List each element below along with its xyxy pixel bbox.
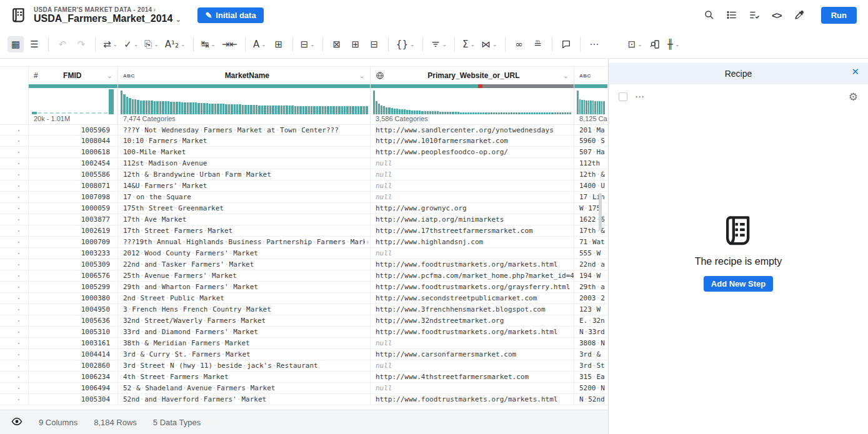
histogram-bar[interactable] — [330, 106, 332, 114]
histogram-bar[interactable] — [322, 106, 324, 114]
row-gutter[interactable] — [0, 192, 28, 202]
histogram-bar[interactable] — [577, 91, 579, 114]
comment-icon[interactable] — [558, 36, 574, 52]
histogram-bar[interactable] — [449, 112, 451, 114]
histogram-bar[interactable] — [482, 112, 484, 114]
table-row[interactable]: 100807114&U·Farmers'·Marketnull1400·U — [0, 180, 608, 192]
histogram-bar[interactable] — [529, 112, 531, 114]
cell-street[interactable]: E.·32n — [574, 315, 607, 326]
cell-fmid[interactable]: 1006234 — [28, 372, 117, 382]
histogram-bar[interactable] — [209, 104, 211, 114]
histogram-bar[interactable] — [419, 111, 421, 114]
cell-url[interactable]: http;//www.32ndstreetmarket.org — [370, 315, 574, 326]
split-rows-icon[interactable]: ⊠ — [329, 36, 345, 52]
cell-fmid[interactable]: 1007098 — [28, 192, 117, 202]
cell-marketname[interactable]: 29th·and·Wharton·Farmers'·Market — [117, 282, 370, 292]
rows-count[interactable]: 8,184 Rows — [94, 418, 137, 427]
histogram-bar[interactable] — [250, 105, 252, 114]
cell-street[interactable]: 3808·N — [574, 338, 607, 348]
cell-url[interactable]: http://www.secondstreetpublicmarket.com — [370, 293, 574, 303]
histogram-bar[interactable] — [228, 104, 230, 114]
histogram-bar[interactable] — [123, 94, 125, 114]
histogram-bar[interactable] — [462, 112, 464, 114]
histogram-bar[interactable] — [341, 106, 343, 114]
histogram-bar[interactable] — [286, 106, 287, 114]
preview-eye-icon[interactable] — [11, 416, 22, 429]
cell-street[interactable]: 123·W — [574, 304, 607, 315]
table-row[interactable]: 10032332012·Wood·County·Farmers'·Marketn… — [0, 248, 608, 259]
histogram-bar[interactable] — [467, 112, 469, 114]
histogram-bar[interactable] — [220, 104, 222, 114]
cell-street[interactable]: W·175 — [574, 203, 607, 214]
filter-icon[interactable]: ⌄ — [429, 36, 449, 52]
histogram-bar[interactable] — [508, 112, 510, 114]
cell-marketname[interactable]: 12th·&·Brandywine·Urban·Farm·Market — [117, 169, 370, 180]
cell-marketname[interactable]: 3rd·Street·N·(hwy·11)·beside·jack's·Rest… — [117, 360, 370, 371]
histogram-bar[interactable] — [247, 105, 249, 114]
histogram-bar[interactable] — [272, 106, 274, 114]
column-menu-icon[interactable]: ⌄ — [107, 72, 112, 80]
split-column-icon[interactable]: ↹⌄ — [199, 36, 217, 52]
histogram-bar[interactable] — [564, 112, 566, 114]
cell-fmid[interactable]: 1002619 — [28, 225, 117, 236]
cell-street[interactable]: 555·W — [574, 248, 607, 259]
histogram-bar[interactable] — [488, 112, 490, 114]
histogram-bar[interactable] — [214, 104, 216, 114]
cell-fmid[interactable]: 1005304 — [28, 394, 117, 405]
histogram-bar[interactable] — [457, 112, 459, 114]
sample-icon[interactable]: ≞ — [530, 36, 546, 52]
row-gutter[interactable] — [0, 315, 28, 326]
cell-marketname[interactable]: 2nd·Street·Public·Market — [117, 293, 370, 303]
histogram-bar[interactable] — [562, 112, 564, 114]
cell-fmid[interactable]: 1000709 — [28, 237, 117, 247]
cell-marketname[interactable]: ???Y·Not·Wednesday·Farmers·Market·at·Tow… — [117, 125, 370, 135]
reshape-wide-icon[interactable]: ⊞ — [347, 36, 364, 52]
cell-street[interactable]: N·52nd — [574, 394, 607, 405]
column-menu-icon[interactable]: ⌄ — [359, 72, 365, 80]
cell-street[interactable]: 1622·6 — [574, 214, 607, 225]
table-row[interactable]: 100261917th·Street·Farmers·Markethttp://… — [0, 225, 608, 237]
row-gutter[interactable] — [0, 282, 28, 292]
histogram-bar[interactable] — [352, 106, 354, 114]
histogram-bar[interactable] — [313, 106, 315, 114]
select-cells-icon[interactable]: ⊡⌄ — [626, 36, 644, 52]
vertical-scrollbar[interactable] — [599, 193, 602, 230]
cell-street[interactable]: 22nd·a — [574, 259, 607, 270]
view-settings-icon[interactable]: ╫⌄ — [666, 36, 682, 52]
cell-fmid[interactable]: 1005636 — [28, 315, 117, 326]
histogram-bar[interactable] — [394, 109, 396, 114]
cell-marketname[interactable]: 100-Mile·Market — [117, 147, 370, 157]
histogram-bar[interactable] — [291, 106, 293, 114]
histogram-bar[interactable] — [319, 106, 321, 114]
histogram-bar[interactable] — [603, 101, 605, 114]
cell-fmid[interactable]: 1006494 — [28, 383, 117, 393]
histogram-bar[interactable] — [126, 97, 128, 114]
histogram-bar[interactable] — [409, 110, 411, 114]
histogram-bar[interactable] — [416, 111, 418, 114]
histogram-bar[interactable] — [346, 106, 348, 114]
histogram-bar[interactable] — [308, 106, 310, 114]
cell-url[interactable]: null — [370, 338, 574, 348]
histogram-bar[interactable] — [465, 112, 467, 114]
cell-marketname[interactable]: 38th·&·Meridian·Farmers·Market — [117, 338, 370, 348]
cell-fmid[interactable]: 1000618 — [28, 147, 117, 157]
cell-street[interactable]: 194·W — [574, 270, 607, 281]
histogram-bar[interactable] — [544, 112, 546, 114]
table-row[interactable]: 100316138th·&·Meridian·Farmers·Marketnul… — [0, 338, 608, 349]
column-title-row[interactable]: ABC — [574, 67, 607, 84]
cell-fmid[interactable]: 1002860 — [28, 360, 117, 371]
count-match-icon[interactable]: A¹₂⌄ — [163, 36, 187, 52]
histogram-bar[interactable] — [401, 109, 403, 114]
histogram-bar[interactable] — [151, 101, 152, 114]
histogram-bar[interactable] — [275, 106, 277, 114]
histogram-bar[interactable] — [264, 106, 266, 114]
standardize-icon[interactable]: ✓⌄ — [122, 36, 140, 52]
histogram-bar[interactable] — [434, 111, 436, 114]
reshape-long-icon[interactable]: ⊟ — [366, 36, 382, 52]
table-row[interactable]: 10049503·French·Hens·French·Country·Mark… — [0, 304, 608, 315]
cell-fmid[interactable]: 1005969 — [28, 125, 117, 135]
row-gutter[interactable] — [0, 203, 28, 214]
histogram-bar[interactable] — [472, 112, 474, 114]
aggregate-icon[interactable]: Σ⌄ — [461, 36, 477, 52]
cell-street[interactable]: 5200·N — [574, 383, 607, 393]
